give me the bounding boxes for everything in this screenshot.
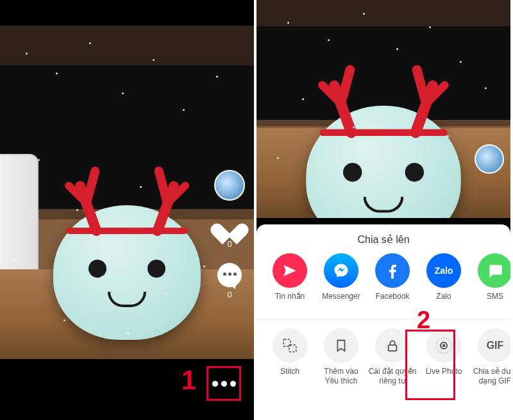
video-preview[interactable]: [256, 0, 510, 218]
profile-avatar[interactable]: [475, 144, 504, 174]
comment-icon: [217, 263, 242, 287]
comment-button[interactable]: 0: [217, 263, 242, 299]
video-screen-share-sheet: Chia sẻ lên Tin nhắn Messenger: [255, 0, 510, 420]
svg-rect-2: [389, 345, 397, 351]
video-subject: [306, 106, 461, 218]
share-direct-message[interactable]: Tin nhắn: [265, 253, 314, 311]
send-icon: [273, 253, 307, 288]
like-button[interactable]: 0: [217, 215, 242, 249]
action-share-as-gif[interactable]: GIF Chia sẻ dưới dạng GIF: [471, 328, 510, 386]
svg-rect-1: [289, 345, 296, 352]
lock-icon: [375, 328, 410, 363]
action-privacy-settings[interactable]: Cài đặt quyền riêng tư: [368, 328, 417, 386]
video-screen-before-share: 0 0 1: [0, 0, 255, 420]
profile-avatar[interactable]: [214, 170, 245, 201]
action-label: Chia sẻ dưới dạng GIF: [471, 367, 510, 386]
bookmark-icon: [324, 328, 358, 363]
action-stitch[interactable]: Stitch: [265, 328, 314, 386]
gif-icon: GIF: [478, 328, 510, 363]
comment-count: 0: [217, 290, 242, 299]
annotation-step-1: 1: [181, 365, 196, 396]
share-label: Messenger: [317, 292, 366, 311]
action-live-photo[interactable]: Live Photo: [419, 328, 468, 386]
messenger-icon: [324, 253, 358, 288]
action-label: Stitch: [265, 367, 314, 386]
action-add-favorite[interactable]: Thêm vào Yêu thích: [317, 328, 366, 386]
share-sheet-title: Chia sẻ lên: [256, 233, 510, 246]
action-label: Thêm vào Yêu thích: [317, 367, 366, 386]
video-action-rail: 0 0: [212, 170, 248, 299]
share-label: Tin nhắn: [265, 292, 314, 311]
share-zalo[interactable]: Zalo Zalo: [419, 253, 468, 311]
share-sheet: Chia sẻ lên Tin nhắn Messenger: [256, 224, 510, 420]
stitch-icon: [273, 328, 307, 363]
share-messenger[interactable]: Messenger: [317, 253, 366, 311]
action-label: Cài đặt quyền riêng tư: [368, 367, 417, 386]
zalo-icon: Zalo: [426, 253, 461, 288]
live-photo-icon: [426, 328, 461, 363]
annotation-step-2: 2: [417, 307, 430, 334]
share-targets-row: Tin nhắn Messenger Facebook Zalo Zal: [256, 253, 510, 311]
ellipsis-icon: [212, 381, 218, 387]
share-sms[interactable]: SMS: [471, 253, 510, 311]
share-actions-row: Stitch Thêm vào Yêu thích Cài đặt quyền …: [256, 319, 510, 386]
action-label: Live Photo: [419, 367, 468, 386]
sms-icon: [478, 253, 510, 288]
more-options-button[interactable]: [206, 366, 241, 401]
heart-icon: [217, 215, 242, 237]
share-facebook[interactable]: Facebook: [368, 253, 417, 311]
share-label: Facebook: [368, 292, 417, 311]
share-label: SMS: [471, 292, 510, 311]
svg-point-4: [442, 344, 445, 347]
facebook-icon: [375, 253, 410, 288]
